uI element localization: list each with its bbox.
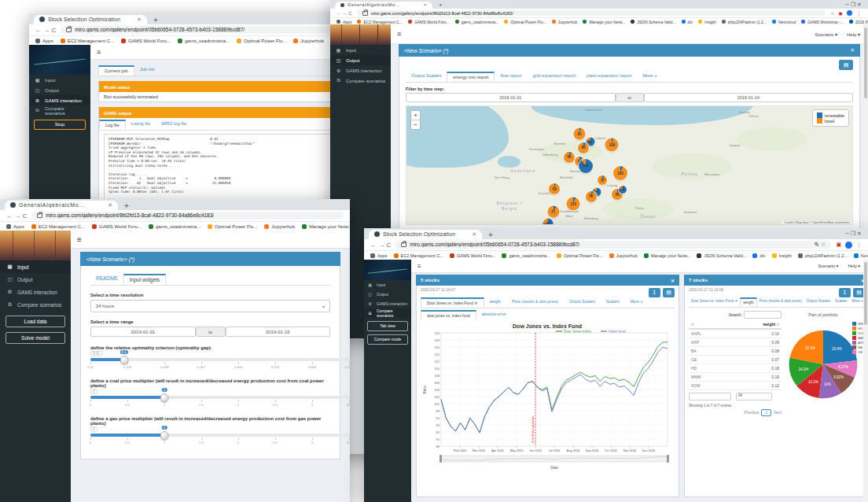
energy-pie-marker[interactable]: 56 — [586, 191, 597, 202]
job-tab[interactable]: Job list — [134, 65, 160, 76]
bookmark-item[interactable]: Optimal Power Flo... — [557, 253, 603, 258]
new-tab-button[interactable]: + — [153, 16, 158, 24]
bookmark-item[interactable]: GAMS World Foru... — [408, 20, 450, 24]
browser-tab[interactable]: Stock Selection Optimization ✕ — [34, 15, 147, 24]
energy-pie-marker[interactable]: 37 — [598, 175, 607, 185]
sidebar-item[interactable]: ◫ Output — [364, 290, 411, 299]
scenario-menu[interactable]: Scenario ▾ — [818, 264, 838, 268]
bookmark-item[interactable]: Manage your Netw... — [583, 20, 625, 24]
report-tab[interactable]: Output Scalars — [406, 72, 447, 82]
energy-pie-marker[interactable]: 65 — [564, 152, 575, 163]
sidebar-item[interactable]: ◫ Output — [330, 55, 391, 65]
symbol-column-header[interactable]: ⇅ — [689, 320, 727, 329]
stop-button[interactable]: Stop — [34, 120, 86, 130]
table-row[interactable]: MMM 0.19 — [689, 373, 782, 382]
sidebar-button[interactable]: Compare mode — [367, 334, 408, 345]
sidebar-item[interactable]: ▦ Input — [29, 75, 90, 85]
bookmark-item[interactable]: EC2 Management C... — [394, 253, 443, 258]
result-tab[interactable]: weight — [484, 297, 506, 308]
browser-scrollbar[interactable] — [863, 260, 868, 502]
bookmark-item[interactable]: Apps — [370, 253, 388, 258]
bookmark-item[interactable]: Optimal Power Flo... — [208, 224, 257, 229]
bookmark-item[interactable]: Apps — [35, 39, 53, 43]
job-tab[interactable]: Current job — [98, 65, 134, 76]
sidebar-item[interactable]: ◫ Output — [29, 85, 90, 95]
energy-pie-marker[interactable]: 81 — [573, 127, 585, 139]
input-tab[interactable]: Input widgets — [123, 274, 166, 285]
nav-buttons[interactable]: ← → C — [35, 27, 56, 34]
gas-price-slider[interactable]: 0 1 00.511.522.533.544.5 — [90, 427, 350, 448]
report-tab[interactable]: grid expansion report — [528, 72, 581, 82]
energy-pie-marker[interactable]: 156 — [579, 159, 593, 173]
bookmark-item[interactable]: Jupyterhub — [264, 224, 295, 229]
new-tab-button[interactable]: + — [439, 2, 443, 9]
sidebar-button[interactable]: Tab view — [367, 321, 408, 331]
help-menu[interactable]: Help ▾ — [847, 31, 860, 37]
bookmark-item[interactable]: gams_usadministra... — [149, 224, 200, 229]
browser-tab[interactable]: GeneralAlgebraicMo... ✕ — [335, 2, 432, 9]
bookmark-item[interactable]: Insight — [698, 20, 716, 24]
chrome-menu-icon[interactable]: ⋮ — [856, 10, 862, 17]
slider-handle[interactable] — [160, 393, 169, 402]
sidebar-item[interactable]: ⧉ Compare scenarios — [330, 76, 391, 86]
result-tab[interactable]: Price (stocks & dow jones) — [506, 297, 564, 308]
star-icon[interactable]: ☆ — [830, 10, 834, 16]
close-scenario-icon[interactable]: ✕ — [671, 278, 675, 283]
optimality-gap-slider[interactable]: 0.01 0.1 0.010.1090.2080.3070.4060.5050.… — [90, 352, 350, 372]
slider-handle[interactable] — [120, 356, 128, 364]
report-tab[interactable]: flow report — [495, 72, 527, 82]
sidebar-item[interactable]: ⚙ GAMS interaction — [0, 286, 71, 298]
bookmark-item[interactable]: Jupyterhub — [609, 253, 638, 258]
report-tab[interactable]: More » — [637, 72, 662, 82]
bookmark-item[interactable]: Apps — [6, 224, 24, 229]
energy-pie-marker[interactable]: 162 — [613, 166, 627, 180]
bookmark-item[interactable]: GAMS World Foru... — [92, 224, 142, 229]
new-tab-button[interactable]: + — [124, 201, 129, 210]
map-zoom-control[interactable]: + − — [410, 110, 421, 130]
close-scenario-icon[interactable]: ✕ — [851, 47, 855, 54]
bookmark-item[interactable]: EC2 Management C... — [357, 20, 402, 24]
slider-handle[interactable] — [160, 431, 169, 440]
result-tab[interactable]: Price (stocks & dow jones) — [757, 297, 804, 307]
bookmark-item[interactable]: Insight — [772, 253, 792, 258]
bookmark-item[interactable]: GAMS World Foru... — [450, 253, 495, 258]
zoom-out-button[interactable]: − — [411, 120, 420, 129]
energy-map[interactable]: + − renewablefossil KøbenhavnKaunasVilni… — [406, 105, 853, 225]
hamburger-icon[interactable]: ≡ — [90, 48, 101, 56]
coal-price-slider[interactable]: 0 1 00.511.522.533.544.5 — [90, 389, 350, 410]
new-tab-button[interactable]: + — [488, 231, 493, 239]
help-menu[interactable]: Help ▾ — [848, 264, 860, 268]
bookmark-item[interactable]: Optimal Power Flo... — [504, 20, 546, 24]
result-tab[interactable]: Dow Jones vs. Index Fund ✕ — [689, 297, 740, 307]
bookmark-item[interactable]: gams_usadministra... — [455, 20, 499, 24]
result-tab[interactable]: weight — [740, 297, 756, 307]
log-tab[interactable]: Log file — [99, 120, 126, 130]
sidebar-button[interactable]: Solve model — [6, 332, 65, 344]
result-tab[interactable]: Scalars — [833, 297, 849, 307]
weight-filter-input[interactable]: All — [736, 393, 772, 400]
chart-subtab[interactable]: dow jones vs. index fund — [421, 310, 476, 320]
energy-pie-marker[interactable]: 71 — [547, 205, 559, 217]
omnibox[interactable]: miro.gams.com/gallery/endpoint/8fd2fd13-… — [357, 10, 826, 17]
table-row[interactable]: HD 0.18 — [689, 364, 782, 373]
bookmark-item[interactable]: Nextcloud — [772, 20, 796, 24]
zoom-in-button[interactable]: + — [411, 111, 420, 120]
chart-button[interactable]: ▤ — [839, 60, 853, 70]
input-tab[interactable]: README — [90, 274, 123, 285]
nav-buttons[interactable]: ← → C — [6, 212, 27, 220]
extension-icon[interactable]: ▣ — [838, 10, 843, 16]
table-row[interactable]: BA 0.08 — [689, 347, 782, 356]
nav-buttons[interactable]: ← → C — [337, 11, 352, 16]
hamburger-icon[interactable]: ≡ — [391, 30, 401, 38]
sidebar-item[interactable]: ⧉ Compare scenarios — [364, 308, 411, 318]
sidebar-item[interactable]: ⚙ GAMS interaction — [364, 299, 411, 308]
chrome-menu-icon[interactable]: ⋮ — [856, 242, 862, 248]
bookmark-item[interactable]: gams_usadministra... — [178, 39, 230, 43]
bookmark-item[interactable]: Jupyterhub — [293, 39, 324, 43]
energy-pie-marker[interactable]: 124 — [567, 197, 580, 211]
table-row[interactable]: AAPL 0.10 — [689, 329, 782, 338]
log-tab[interactable]: MIRO log file — [156, 120, 192, 130]
result-tab[interactable]: Output Scalars — [564, 297, 601, 308]
report-tab[interactable]: energy mix report — [447, 72, 495, 82]
window-controls[interactable]: ─ ❐ ✕ — [845, 2, 868, 8]
